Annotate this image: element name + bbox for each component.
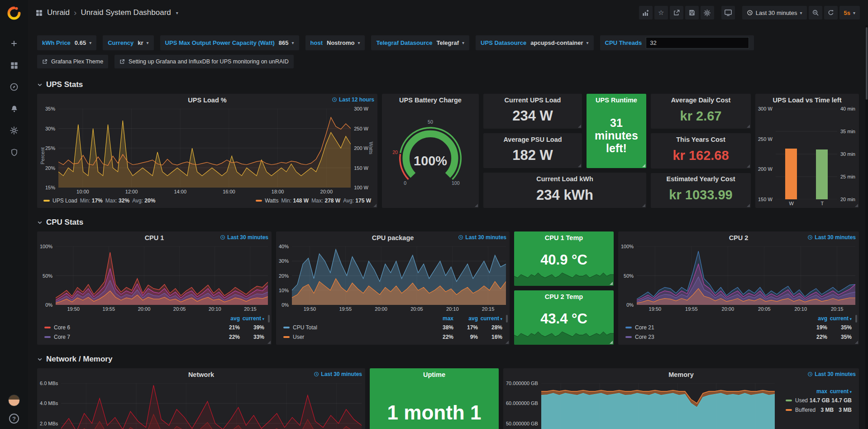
panel-time-override[interactable]: Last 30 minutes — [314, 371, 362, 377]
section-header-ups-stats[interactable]: UPS Stats — [37, 79, 859, 90]
section-header-network-memory[interactable]: Network / Memory — [37, 354, 859, 365]
legend-sort-column[interactable]: current — [827, 388, 852, 395]
panel-average-psu-load: Average PSU Load 182 W — [483, 133, 582, 168]
legend-sort-column[interactable]: current — [827, 315, 852, 322]
cpu-package-chart[interactable]: 40%30%20%10%0%19:5019:5520:0020:0520:102… — [276, 244, 510, 313]
panel-time-override[interactable]: Last 30 minutes — [807, 234, 856, 241]
legend-sort-column[interactable]: max — [429, 315, 453, 322]
panel-current-load-kwh: Current Load kWh 234 kWh — [483, 173, 646, 208]
add-panel-button[interactable] — [639, 6, 653, 19]
panel-time-override[interactable]: Last 12 hours — [332, 96, 374, 103]
cpu-threads-input[interactable]: 32 — [646, 37, 749, 48]
legend-sort-column[interactable]: max — [803, 388, 827, 395]
dashboards-icon[interactable] — [0, 56, 28, 74]
legend-row: Core 23 22% 35% — [625, 332, 852, 342]
legend-row: Buffered 3 MB 3 MB — [786, 405, 852, 415]
user-avatar[interactable] — [8, 395, 20, 406]
dashboard-link[interactable]: Grafana Plex Theme — [37, 55, 108, 68]
panel-title-memory[interactable]: Memory Last 30 minutes — [503, 368, 859, 381]
series-color-marker — [283, 336, 290, 338]
help-icon[interactable]: ? — [9, 414, 19, 424]
variable-value-dropdown[interactable]: Nostromo▾ — [327, 39, 360, 46]
legend-scrollbar[interactable] — [855, 315, 857, 323]
cycle-view-tv-button[interactable] — [721, 6, 735, 19]
external-link-icon — [42, 59, 48, 64]
create-icon[interactable] — [0, 34, 28, 53]
alerting-bell-icon[interactable] — [0, 100, 28, 118]
server-admin-shield-icon[interactable] — [0, 143, 28, 161]
page-scrollbar[interactable] — [865, 25, 868, 429]
network-chart[interactable]: 6.0 MBs4.0 MBs2.0 MBs — [37, 381, 365, 429]
legend-sort-column[interactable]: avg — [453, 315, 478, 322]
dashboard-content: kWh Price 0.65▾ Currency kr▾ UPS Max Out… — [28, 25, 868, 429]
cpu2-legend: avgcurrent Core 21 19% 35% — [618, 313, 859, 345]
variable-value-dropdown[interactable]: 865▾ — [279, 39, 294, 46]
legend-scrollbar[interactable] — [268, 315, 270, 323]
caret-down-icon: ▾ — [587, 40, 589, 45]
configuration-gear-icon[interactable] — [0, 121, 28, 140]
legend-sort-column[interactable]: avg — [803, 315, 827, 322]
sidebar: ? — [0, 0, 28, 429]
memory-chart[interactable]: 70.000000 GB60.000000 GB50.000000 GB — [503, 381, 778, 429]
svg-text:0: 0 — [404, 180, 406, 186]
save-button[interactable] — [685, 6, 699, 19]
breadcrumb-app[interactable]: Unraid — [47, 8, 70, 17]
series-color-marker — [283, 327, 290, 328]
variable-label: host — [310, 39, 323, 46]
series-color-marker — [44, 336, 51, 338]
ups-stat-cluster: Current UPS Load 234 W Average PSU Load … — [483, 94, 646, 208]
zoom-out-button[interactable] — [809, 6, 822, 19]
grafana-logo-icon[interactable] — [6, 5, 22, 21]
panel-time-override[interactable]: Last 30 minutes — [458, 234, 506, 241]
breadcrumb-separator-icon: › — [74, 8, 76, 18]
star-button[interactable]: ☆ — [654, 6, 668, 19]
variable-value-dropdown[interactable]: 0.65▾ — [75, 39, 91, 46]
refresh-button[interactable] — [824, 6, 838, 19]
panel-time-override[interactable]: Last 30 minutes — [220, 234, 268, 241]
cpu1-chart[interactable]: 100%50%0%19:5019:5520:0020:0520:1020:15 — [37, 244, 272, 313]
legend-item[interactable]: Watts Min: 148 W Max: 278 W Avg: 175 W — [256, 198, 371, 204]
caret-down-icon: ▾ — [358, 40, 360, 45]
panel-title-cpu-package[interactable]: CPU package Last 30 minutes — [276, 231, 510, 244]
time-range-picker[interactable]: Last 30 minutes ▾ — [742, 6, 807, 19]
cpu-stats-row: CPU 1 Last 30 minutes 100%50%0%19:5019:5… — [37, 231, 859, 345]
legend-sort-column[interactable]: avg — [215, 315, 240, 322]
legend-sort-column[interactable]: current — [478, 315, 502, 322]
series-color-marker — [256, 200, 262, 202]
variable-value-dropdown[interactable]: apcupsd-container▾ — [530, 39, 588, 46]
panel-ups-load-vs-time-left: UPS Load vs Time left 300 W250 W200 W150… — [755, 94, 859, 208]
ups-load-chart[interactable]: Percent35%30%25%20%15%10:0012:0014:0016:… — [37, 106, 377, 196]
panel-title-cpu1[interactable]: CPU 1 Last 30 minutes — [37, 231, 272, 244]
panel-title-cpu2[interactable]: CPU 2 Last 30 minutes — [618, 231, 859, 244]
panel-title-ups-load[interactable]: UPS Load % Last 12 hours — [37, 94, 377, 106]
panel-title-network[interactable]: Network Last 30 minutes — [37, 368, 365, 381]
grafana-app: ? Unraid › Unraid System Dashboard ▾ ☆ — [0, 0, 868, 429]
section-header-cpu-stats[interactable]: CPU Stats — [37, 217, 859, 228]
panel-title-battery[interactable]: UPS Battery Charge — [382, 94, 479, 106]
cpu1-temp-sparkline — [514, 266, 614, 286]
variable-value-dropdown[interactable]: Telegraf▾ — [436, 39, 464, 46]
dashboard-settings-gear-button[interactable] — [701, 6, 714, 19]
clock-icon — [747, 10, 753, 16]
ups-load-legend: UPS Load Min: 17% Max: 32% Avg: 20% Watt… — [37, 196, 377, 208]
cpu2-chart[interactable]: 100%50%0%19:5019:5520:0020:0520:1020:15 — [618, 244, 859, 313]
breadcrumb-dashboard[interactable]: Unraid System Dashboard — [81, 8, 171, 17]
network-memory-row: Network Last 30 minutes 6.0 MBs4.0 MBs2.… — [37, 368, 859, 429]
variable-chip: UPS Max Output Power Capacity (Watt) 865… — [160, 35, 299, 50]
panel-cpu-package: CPU package Last 30 minutes 40%30%20%10%… — [276, 231, 510, 345]
ups-stats-row: UPS Load % Last 12 hours Percent35%30%25… — [37, 94, 859, 208]
ups-load-vs-time-chart[interactable]: 300 W250 W200 W150 WWT40 min35 min30 min… — [755, 106, 859, 208]
legend-scrollbar[interactable] — [506, 315, 508, 323]
dashboard-link[interactable]: Setting up Grafana and InfluxDB for UPS … — [114, 55, 294, 68]
caret-down-icon: ▾ — [147, 40, 149, 45]
variable-value-dropdown[interactable]: kr▾ — [138, 39, 148, 46]
variable-chip: Currency kr▾ — [103, 35, 153, 50]
explore-compass-icon[interactable] — [0, 78, 28, 96]
panel-cpu2-temp: CPU 2 Temp 43.4 °C — [514, 290, 614, 345]
share-button[interactable] — [670, 6, 683, 19]
refresh-interval-picker[interactable]: 5s ▾ — [839, 6, 860, 19]
panel-time-override[interactable]: Last 30 minutes — [807, 371, 856, 377]
legend-item[interactable]: UPS Load Min: 17% Max: 32% Avg: 20% — [43, 198, 155, 204]
sidebar-menu — [0, 34, 28, 161]
legend-sort-column[interactable]: current — [240, 315, 264, 322]
